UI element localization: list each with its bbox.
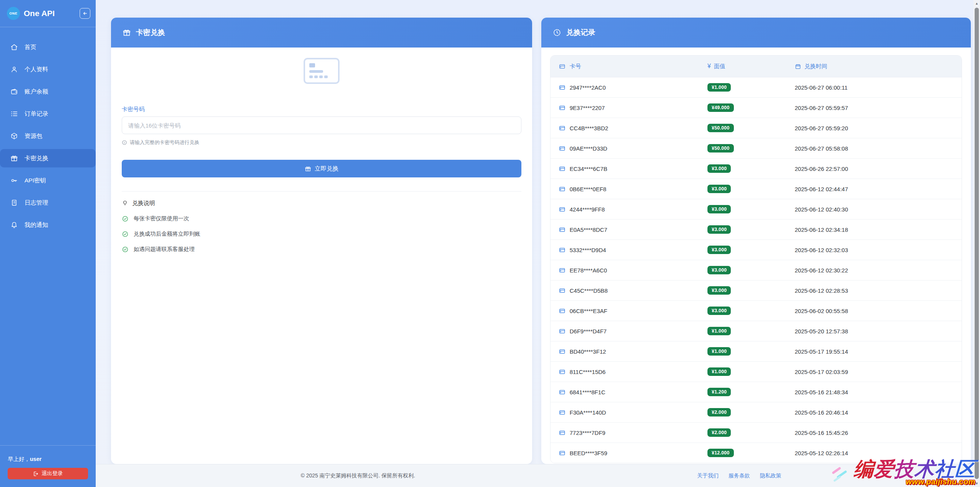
footer-link-privacy[interactable]: 隐私政策 — [760, 472, 781, 479]
redeem-card-title: 卡密兑换 — [136, 28, 165, 38]
row-value: ¥1.000 — [707, 83, 795, 92]
sidebar-item-packages[interactable]: 资源包 — [0, 127, 96, 145]
sidebar-item-api-keys[interactable]: API密钥 — [0, 171, 96, 190]
note-item: 如遇问题请联系客服处理 — [122, 246, 521, 253]
credit-card-icon — [559, 226, 565, 233]
row-card-number: 6841****8F1C — [550, 389, 707, 395]
scroll-up-icon[interactable]: ▲ — [973, 0, 980, 7]
list-icon — [10, 110, 18, 118]
value-badge: ¥50.000 — [707, 124, 734, 132]
value-badge: ¥49.000 — [707, 103, 734, 112]
row-time: 2025-06-27 05:59:20 — [795, 125, 962, 131]
redeem-button[interactable]: 立即兑换 — [122, 160, 521, 177]
row-card-number: 5332****D9D4 — [550, 247, 707, 253]
bell-icon — [10, 221, 18, 229]
table-row: 9E37****2207 ¥49.000 2025-06-27 05:59:57 — [550, 98, 962, 118]
sidebar-item-balance[interactable]: 账户余额 — [0, 82, 96, 101]
divider — [122, 191, 521, 192]
credit-card-icon — [559, 63, 565, 70]
sidebar-item-redeem[interactable]: 卡密兑换 — [0, 149, 96, 167]
table-row: D6F9****D4F7 ¥1.000 2025-05-20 12:57:38 — [550, 321, 962, 341]
row-card-number: 7723****7DF9 — [550, 430, 707, 436]
row-card-number: F30A****140D — [550, 409, 707, 416]
row-value: ¥3.000 — [707, 307, 795, 315]
notes-title: 兑换说明 — [122, 200, 521, 207]
row-time: 2025-06-27 05:58:08 — [795, 145, 962, 152]
gift-icon — [122, 28, 131, 37]
sidebar-collapse-button[interactable] — [80, 8, 90, 19]
value-badge: ¥2.000 — [707, 428, 731, 437]
row-time: 2025-06-12 02:34:18 — [795, 226, 962, 233]
table-row: CC4B****3BD2 ¥50.000 2025-06-27 05:59:20 — [550, 118, 962, 138]
row-time: 2025-05-12 02:26:14 — [795, 450, 962, 456]
table-row: C45C****D5B8 ¥3.000 2025-06-12 02:28:53 — [550, 280, 962, 301]
credit-card-icon — [559, 287, 565, 294]
table-row: 7723****7DF9 ¥2.000 2025-05-16 15:45:26 — [550, 423, 962, 443]
note-item: 每张卡密仅限使用一次 — [122, 215, 521, 222]
row-time: 2025-06-12 02:32:03 — [795, 247, 962, 253]
row-time: 2025-05-17 02:03:59 — [795, 369, 962, 375]
records-table-body: 2947****2AC0 ¥1.000 2025-06-27 06:00:11 … — [550, 77, 962, 463]
row-time: 2025-06-02 00:55:58 — [795, 308, 962, 314]
table-row: E0A5****8DC7 ¥3.000 2025-06-12 02:34:18 — [550, 220, 962, 240]
footer-link-about[interactable]: 关于我们 — [697, 472, 719, 479]
package-icon — [10, 132, 18, 140]
records-title: 兑换记录 — [566, 28, 595, 38]
row-time: 2025-06-12 02:44:47 — [795, 186, 962, 192]
sidebar-item-notifications[interactable]: 我的通知 — [0, 216, 96, 234]
row-time: 2025-05-20 12:57:38 — [795, 328, 962, 335]
footer-links: 关于我们 服务条款 隐私政策 — [697, 472, 781, 479]
row-card-number: EE78****A6C0 — [550, 267, 707, 274]
value-badge: ¥12.000 — [707, 449, 734, 457]
sidebar: ONE One API 首页 个人资料 账户余额 订单记录 — [0, 0, 96, 487]
check-circle-icon — [122, 215, 129, 222]
check-circle-icon — [122, 246, 129, 253]
row-value: ¥3.000 — [707, 164, 795, 173]
app-logo: ONE — [7, 7, 20, 20]
scrollbar[interactable]: ▲ ▼ — [973, 0, 980, 487]
row-card-number: C45C****D5B8 — [550, 287, 707, 294]
value-badge: ¥50.000 — [707, 144, 734, 152]
credit-card-icon — [559, 145, 565, 152]
credit-card-icon — [559, 409, 565, 416]
row-card-number: 811C****15D6 — [550, 369, 707, 375]
row-time: 2025-06-27 06:00:11 — [795, 84, 962, 91]
app-name: One API — [24, 9, 80, 18]
row-value: ¥1.000 — [707, 367, 795, 376]
row-card-number: EC34****6C7B — [550, 166, 707, 172]
row-time: 2025-06-12 02:30:22 — [795, 267, 962, 274]
row-value: ¥3.000 — [707, 246, 795, 254]
logout-button[interactable]: 退出登录 — [8, 468, 88, 479]
sidebar-item-orders[interactable]: 订单记录 — [0, 105, 96, 123]
scrollbar-thumb[interactable] — [975, 8, 979, 479]
sidebar-item-profile[interactable]: 个人资料 — [0, 60, 96, 79]
footer-link-terms[interactable]: 服务条款 — [728, 472, 750, 479]
page: ONE One API 首页 个人资料 账户余额 订单记录 — [0, 0, 980, 487]
col-header-value: ¥ 面值 — [707, 63, 795, 70]
value-badge: ¥3.000 — [707, 266, 731, 274]
credit-card-icon — [559, 430, 565, 436]
value-badge: ¥1.000 — [707, 347, 731, 356]
scroll-down-icon[interactable]: ▼ — [973, 480, 980, 487]
info-icon — [122, 140, 127, 145]
gift-icon — [10, 154, 18, 162]
table-row: 5332****D9D4 ¥3.000 2025-06-12 02:32:03 — [550, 240, 962, 260]
credit-card-icon — [559, 308, 565, 314]
table-row: F30A****140D ¥2.000 2025-05-16 20:46:14 — [550, 402, 962, 423]
card-code-input[interactable] — [122, 116, 521, 134]
credit-card-icon — [559, 166, 565, 172]
clock-icon — [553, 28, 561, 37]
row-time: 2025-06-12 02:28:53 — [795, 287, 962, 294]
value-badge: ¥2.000 — [707, 408, 731, 416]
value-badge: ¥3.000 — [707, 205, 731, 213]
row-value: ¥2.000 — [707, 428, 795, 437]
sidebar-item-home[interactable]: 首页 — [0, 38, 96, 56]
sidebar-item-logs[interactable]: 日志管理 — [0, 193, 96, 212]
arrow-left-icon — [82, 11, 88, 16]
credit-card-icon — [559, 348, 565, 355]
credit-card-icon — [559, 186, 565, 192]
input-hint: 请输入完整的卡密号码进行兑换 — [122, 139, 521, 146]
value-badge: ¥1.000 — [707, 367, 731, 376]
table-row: BEED****3F59 ¥12.000 2025-05-12 02:26:14 — [550, 443, 962, 463]
row-time: 2025-06-26 22:57:00 — [795, 166, 962, 172]
